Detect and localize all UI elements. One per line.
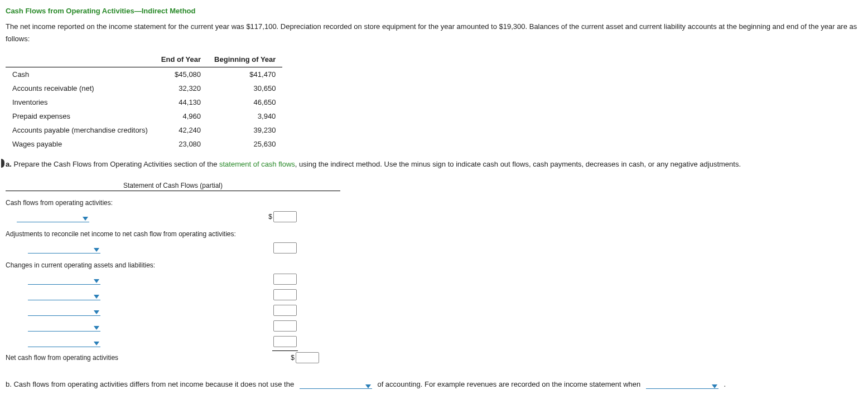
- question-a: a. Prepare the Cash Flows from Operating…: [6, 159, 862, 170]
- input-change-2[interactable]: [273, 289, 297, 300]
- chevron-down-icon: [712, 384, 717, 388]
- row-label: Accounts payable (merchandise creditors): [6, 123, 155, 137]
- row-end: 23,080: [155, 137, 208, 151]
- dropdown-when[interactable]: [646, 381, 718, 389]
- qb-t1: Cash flows from operating activities dif…: [13, 380, 294, 388]
- balances-table: End of Year Beginning of Year Cash $45,0…: [6, 52, 282, 151]
- col-beg: Beginning of Year: [208, 52, 282, 67]
- worksheet-title: Statement of Cash Flows (partial): [6, 182, 340, 191]
- row-end: $45,080: [155, 67, 208, 82]
- dollar-sign: $: [268, 213, 272, 221]
- qb-letter: b.: [6, 380, 12, 388]
- question-marker-icon: [1, 159, 4, 168]
- dollar-sign: $: [290, 354, 295, 362]
- row-beg: 25,630: [208, 137, 282, 151]
- table-row: Cash $45,080 $41,470: [6, 67, 282, 82]
- chevron-down-icon: [94, 326, 99, 330]
- qa-letter: a.: [6, 160, 12, 168]
- qb-t3: .: [724, 380, 726, 388]
- qa-pre: Prepare the Cash Flows from Operating Ac…: [13, 160, 219, 168]
- dropdown-basis[interactable]: [300, 381, 372, 389]
- ws-section-op: Cash flows from operating activities:: [6, 199, 268, 207]
- dropdown-change-1[interactable]: [28, 275, 100, 285]
- row-label: Accounts receivable (net): [6, 81, 155, 95]
- subtotal-rule: [272, 350, 298, 351]
- table-row: Inventories 44,130 46,650: [6, 95, 282, 109]
- input-change-3[interactable]: [273, 305, 297, 316]
- intro-text: The net income reported on the income st…: [6, 21, 862, 45]
- row-beg: 39,230: [208, 123, 282, 137]
- title-dash: —: [134, 7, 142, 15]
- row-beg: 3,940: [208, 109, 282, 123]
- row-end: 44,130: [155, 95, 208, 109]
- qb-t2: of accounting. For example revenues are …: [377, 380, 640, 388]
- row-label: Inventories: [6, 95, 155, 109]
- chevron-down-icon: [365, 384, 371, 388]
- page-title: Cash Flows from Operating Activities—Ind…: [6, 7, 862, 15]
- qa-post: , using the indirect method. Use the min…: [295, 160, 741, 168]
- worksheet: Statement of Cash Flows (partial) Cash f…: [6, 182, 862, 363]
- input-change-4[interactable]: [273, 320, 297, 332]
- ws-section-changes: Changes in current operating assets and …: [6, 261, 268, 269]
- ws-net-label: Net cash flow from operating activities: [6, 354, 290, 362]
- col-blank: [6, 52, 155, 67]
- chevron-down-icon: [94, 248, 99, 252]
- chevron-down-icon: [94, 279, 99, 283]
- input-change-5[interactable]: [273, 336, 297, 347]
- chevron-down-icon: [94, 295, 99, 299]
- chevron-down-icon: [83, 217, 88, 221]
- row-end: 32,320: [155, 81, 208, 95]
- dropdown-change-2[interactable]: [28, 291, 100, 300]
- row-label: Cash: [6, 67, 155, 82]
- row-beg: $41,470: [208, 67, 282, 82]
- input-depreciation[interactable]: [273, 242, 297, 254]
- dropdown-net-income[interactable]: [17, 213, 89, 222]
- ws-section-adj: Adjustments to reconcile net income to n…: [6, 230, 268, 238]
- row-beg: 46,650: [208, 95, 282, 109]
- input-net-cashflow[interactable]: [296, 352, 319, 363]
- row-label: Prepaid expenses: [6, 109, 155, 123]
- input-change-1[interactable]: [273, 274, 297, 285]
- input-net-income[interactable]: [273, 211, 297, 222]
- row-end: 4,960: [155, 109, 208, 123]
- title-part2: Indirect Method: [142, 7, 196, 15]
- row-beg: 30,650: [208, 81, 282, 95]
- qa-link: statement of cash flows: [219, 160, 295, 168]
- chevron-down-icon: [94, 342, 99, 345]
- dropdown-depreciation[interactable]: [28, 244, 100, 254]
- chevron-down-icon: [94, 310, 99, 314]
- dropdown-change-3[interactable]: [28, 306, 100, 316]
- question-b: b. Cash flows from operating activities …: [6, 379, 862, 391]
- col-end: End of Year: [155, 52, 208, 67]
- dropdown-change-5[interactable]: [28, 338, 100, 347]
- title-part1: Cash Flows from Operating Activities: [6, 7, 134, 15]
- row-end: 42,240: [155, 123, 208, 137]
- table-row: Accounts receivable (net) 32,320 30,650: [6, 81, 282, 95]
- dropdown-change-4[interactable]: [28, 322, 100, 332]
- table-row: Prepaid expenses 4,960 3,940: [6, 109, 282, 123]
- table-row: Wages payable 23,080 25,630: [6, 137, 282, 151]
- row-label: Wages payable: [6, 137, 155, 151]
- table-row: Accounts payable (merchandise creditors)…: [6, 123, 282, 137]
